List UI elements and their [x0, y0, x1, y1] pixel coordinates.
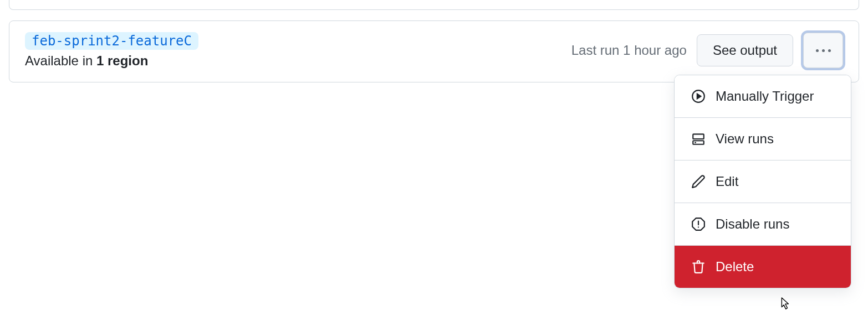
availability-count: 1 region	[96, 53, 148, 68]
menu-edit[interactable]: Edit	[675, 161, 851, 203]
availability-prefix: Available in	[25, 53, 96, 68]
pencil-icon	[691, 174, 706, 189]
menu-item-label: Edit	[716, 174, 738, 189]
see-output-button[interactable]: See output	[697, 34, 793, 66]
menu-item-label: View runs	[716, 131, 774, 147]
svg-marker-1	[697, 94, 701, 99]
play-circle-icon	[691, 89, 706, 104]
server-icon	[691, 132, 706, 146]
menu-item-label: Manually Trigger	[716, 89, 814, 104]
svg-rect-2	[693, 134, 704, 139]
last-run-text: Last run 1 hour ago	[571, 43, 687, 58]
menu-manually-trigger[interactable]: Manually Trigger	[675, 75, 851, 118]
pipeline-card: feb-sprint2-featureC Available in 1 regi…	[9, 20, 859, 82]
trash-icon	[691, 260, 706, 274]
menu-delete[interactable]: Delete	[675, 246, 851, 288]
menu-item-label: Delete	[716, 259, 754, 275]
menu-disable-runs[interactable]: Disable runs	[675, 203, 851, 246]
svg-rect-3	[693, 141, 704, 144]
alert-octagon-icon	[691, 217, 706, 231]
card-actions: Last run 1 hour ago See output	[571, 33, 843, 68]
pipeline-tag: feb-sprint2-featureC	[25, 32, 198, 50]
availability-text: Available in 1 region	[25, 53, 198, 69]
ellipsis-icon	[816, 49, 831, 52]
card-info: feb-sprint2-featureC Available in 1 regi…	[25, 32, 198, 69]
previous-card-bottom	[9, 0, 859, 10]
more-actions-button[interactable]	[803, 33, 843, 68]
menu-item-label: Disable runs	[716, 216, 789, 232]
menu-view-runs[interactable]: View runs	[675, 118, 851, 161]
actions-dropdown: Manually Trigger View runs Edit	[674, 75, 851, 288]
cursor-pointer-icon	[777, 297, 792, 312]
